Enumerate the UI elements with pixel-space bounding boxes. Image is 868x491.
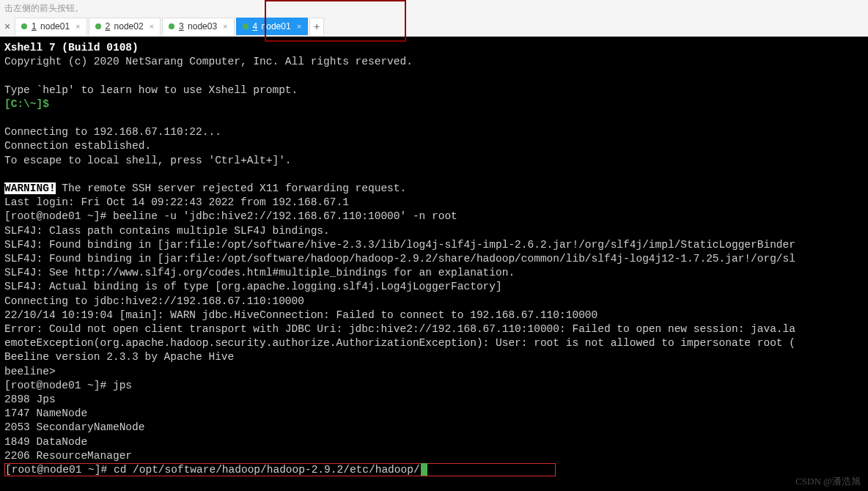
term-line: 1849 DataNode: [4, 436, 87, 448]
status-dot-icon: [243, 23, 249, 29]
cursor-icon: [421, 463, 427, 476]
term-line: The remote SSH server rejected X11 forwa…: [56, 182, 407, 194]
term-line: 1747 NameNode: [4, 407, 87, 419]
term-line: SLF4J: Found binding in [jar:file:/opt/s…: [4, 239, 795, 251]
close-tab-icon[interactable]: ×: [297, 22, 301, 31]
tab-number: 2: [106, 21, 111, 32]
term-line: 2898 Jps: [4, 394, 56, 405]
tab-4-node01-active[interactable]: 4 node01 ×: [236, 18, 309, 35]
term-line: Beeline version 2.3.3 by Apache Hive: [4, 351, 234, 363]
term-highlighted-command: [root@node01 ~]# cd /opt/software/hadoop…: [4, 463, 556, 476]
status-dot-icon: [21, 23, 27, 29]
close-tab-icon[interactable]: ×: [223, 22, 227, 31]
tab-3-node03[interactable]: 3 node03 ×: [162, 18, 235, 35]
tab-bar: × 1 node01 × 2 node02 × 3 node03 × 4 nod…: [0, 16, 868, 37]
term-line: Connecting to jdbc:hive2://192.168.67.11…: [4, 295, 304, 307]
terminal-output[interactable]: Xshell 7 (Build 0108) Copyright (c) 2020…: [0, 37, 868, 491]
term-line: SLF4J: See http://www.slf4j.org/codes.ht…: [4, 267, 515, 278]
term-line: Type `help' to learn how to use Xshell p…: [4, 84, 298, 96]
term-line: Last login: Fri Oct 14 09:22:43 2022 fro…: [4, 196, 349, 208]
term-line: 22/10/14 10:19:04 [main]: WARN jdbc.Hive…: [4, 309, 597, 321]
term-line: emoteException(org.apache.hadoop.securit…: [4, 337, 795, 349]
term-line: [root@node01 ~]# jps: [4, 380, 132, 391]
close-all-tabs[interactable]: ×: [0, 21, 15, 32]
term-line: SLF4J: Class path contains multiple SLF4…: [4, 225, 330, 237]
tab-number: 1: [32, 21, 37, 32]
term-line: 2053 SecondaryNameNode: [4, 421, 144, 433]
status-dot-icon: [169, 23, 174, 29]
term-line: SLF4J: Actual binding is of type [org.ap…: [4, 281, 502, 292]
tab-2-node02[interactable]: 2 node02 ×: [89, 18, 161, 35]
term-line: Xshell 7 (Build 0108): [4, 42, 139, 53]
term-line: SLF4J: Found binding in [jar:file:/opt/s…: [4, 253, 795, 265]
tab-number: 4: [253, 21, 258, 32]
term-line: Connecting to 192.168.67.110:22...: [4, 126, 221, 138]
term-line: To escape to local shell, press 'Ctrl+Al…: [4, 155, 292, 166]
term-line: beeline>: [4, 366, 62, 377]
term-line: Error: Could not open client transport w…: [4, 323, 795, 335]
close-tab-icon[interactable]: ×: [150, 22, 154, 31]
term-line: Connection established.: [4, 140, 151, 152]
term-prompt: [C:\~]$: [4, 98, 56, 110]
add-tab-button[interactable]: +: [309, 18, 324, 35]
term-warning: WARNING!: [4, 182, 56, 194]
status-dot-icon: [95, 23, 101, 29]
tab-label: node01: [40, 21, 70, 32]
tab-label: node01: [262, 21, 291, 32]
tab-number: 3: [179, 21, 184, 32]
tab-label: node02: [114, 21, 144, 32]
term-line: Copyright (c) 2020 NetSarang Computer, I…: [4, 56, 413, 67]
term-line: [root@node01 ~]# beeline -u 'jdbc:hive2:…: [4, 210, 457, 222]
tab-label: node03: [188, 21, 217, 32]
watermark: CSDN @潘浩旭: [795, 474, 861, 488]
tab-1-node01[interactable]: 1 node01 ×: [15, 18, 87, 35]
hint-text: 击左侧的箭头按钮。: [0, 0, 868, 16]
term-line: 2206 ResourceManager: [4, 450, 132, 462]
close-tab-icon[interactable]: ×: [76, 22, 80, 31]
